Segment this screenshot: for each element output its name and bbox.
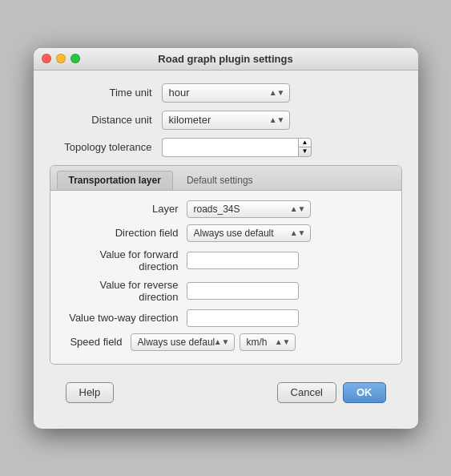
window-title: Road graph plugin settings [158,53,292,65]
distance-unit-row: Distance unit kilometer meter foot mile … [50,111,402,130]
panel-tabs: Transportation layer Default settings [50,166,401,191]
time-unit-row: Time unit hour second minute day ▲▼ [50,83,402,103]
layer-label: Layer [58,203,187,215]
help-button[interactable]: Help [66,382,115,403]
forward-direction-input[interactable] [187,252,299,269]
time-unit-select[interactable]: hour second minute day [162,83,290,103]
content-area: Time unit hour second minute day ▲▼ Dist… [34,71,418,429]
speed-field-label: Speed field [58,336,131,348]
maximize-button[interactable] [70,54,80,63]
forward-direction-label: Value for forward direction [58,248,187,272]
ok-button[interactable]: OK [343,382,386,403]
settings-panel: Transportation layer Default settings La… [50,165,402,365]
speed-field-select-wrapper: Always use default ▲▼ [131,333,235,351]
cancel-button[interactable]: Cancel [277,382,336,403]
reverse-direction-input[interactable] [187,282,299,300]
tab-default-settings[interactable]: Default settings [175,171,265,190]
topology-tolerance-row: Topology tolerance 0.00000 ▲ ▼ [50,138,402,157]
spin-up-button[interactable]: ▲ [299,139,312,148]
layer-select[interactable]: roads_34S [187,200,311,218]
speed-field-row: Speed field Always use default ▲▼ km/h m… [58,333,393,351]
topology-tolerance-label: Topology tolerance [50,141,162,153]
traffic-lights [42,54,80,63]
speed-field-select[interactable]: Always use default [131,333,235,351]
spin-down-button[interactable]: ▼ [299,147,312,156]
distance-unit-select-wrapper: kilometer meter foot mile ▲▼ [162,111,290,130]
forward-direction-row: Value for forward direction [58,248,393,272]
direction-field-label: Direction field [58,227,187,239]
reverse-direction-label: Value for reverse direction [58,279,187,303]
direction-field-select-wrapper: Always use default ▲▼ [187,224,311,242]
minimize-button[interactable] [56,54,66,63]
twoway-direction-row: Value two-way direction [58,309,393,327]
layer-row: Layer roads_34S ▲▼ [58,200,393,218]
panel-content: Layer roads_34S ▲▼ Direction field Alway… [50,191,401,364]
distance-unit-label: Distance unit [50,114,162,126]
titlebar: Road graph plugin settings [34,48,418,71]
spinbox-buttons: ▲ ▼ [298,138,312,157]
action-buttons: Cancel OK [277,382,386,403]
layer-select-wrapper: roads_34S ▲▼ [187,200,311,218]
speed-unit-select-wrapper: km/h mph m/s ▲▼ [240,333,296,351]
tab-transportation-layer[interactable]: Transportation layer [57,171,173,190]
close-button[interactable] [42,54,51,63]
direction-field-select[interactable]: Always use default [187,224,311,242]
time-unit-label: Time unit [50,87,162,99]
twoway-direction-label: Value two-way direction [58,312,187,324]
speed-unit-select[interactable]: km/h mph m/s [240,333,296,351]
reverse-direction-row: Value for reverse direction [58,279,393,303]
direction-field-row: Direction field Always use default ▲▼ [58,224,393,242]
footer: Help Cancel OK [50,376,402,416]
time-unit-select-wrapper: hour second minute day ▲▼ [162,83,290,103]
twoway-direction-input[interactable] [187,309,299,327]
topology-tolerance-spinbox: 0.00000 ▲ ▼ [162,138,312,157]
main-window: Road graph plugin settings Time unit hou… [34,48,418,429]
topology-tolerance-input[interactable]: 0.00000 [162,138,298,157]
distance-unit-select[interactable]: kilometer meter foot mile [162,111,290,130]
